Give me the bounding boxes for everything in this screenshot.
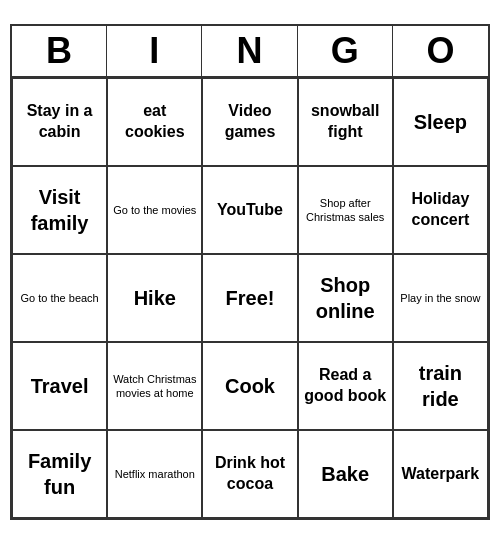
header-letter: N [202, 26, 297, 76]
bingo-cell[interactable]: Sleep [393, 78, 488, 166]
bingo-cell[interactable]: Shop online [298, 254, 393, 342]
bingo-cell[interactable]: Cook [202, 342, 297, 430]
bingo-cell[interactable]: Holiday concert [393, 166, 488, 254]
bingo-cell[interactable]: Free! [202, 254, 297, 342]
header-letter: G [298, 26, 393, 76]
bingo-cell[interactable]: eat cookies [107, 78, 202, 166]
bingo-cell[interactable]: Read a good book [298, 342, 393, 430]
bingo-cell[interactable]: Shop after Christmas sales [298, 166, 393, 254]
bingo-cell[interactable]: Watch Christmas movies at home [107, 342, 202, 430]
bingo-cell[interactable]: snowball fight [298, 78, 393, 166]
bingo-cell[interactable]: Drink hot cocoa [202, 430, 297, 518]
bingo-cell[interactable]: Waterpark [393, 430, 488, 518]
bingo-cell[interactable]: Netflix marathon [107, 430, 202, 518]
bingo-cell[interactable]: Visit family [12, 166, 107, 254]
bingo-header: BINGO [12, 26, 488, 78]
header-letter: I [107, 26, 202, 76]
header-letter: B [12, 26, 107, 76]
bingo-cell[interactable]: Play in the snow [393, 254, 488, 342]
bingo-cell[interactable]: Hike [107, 254, 202, 342]
bingo-cell[interactable]: YouTube [202, 166, 297, 254]
bingo-cell[interactable]: Travel [12, 342, 107, 430]
bingo-card: BINGO Stay in a cabineat cookiesVideo ga… [10, 24, 490, 520]
bingo-cell[interactable]: Bake [298, 430, 393, 518]
header-letter: O [393, 26, 488, 76]
bingo-cell[interactable]: Video games [202, 78, 297, 166]
bingo-cell[interactable]: Stay in a cabin [12, 78, 107, 166]
bingo-cell[interactable]: Go to the movies [107, 166, 202, 254]
bingo-cell[interactable]: train ride [393, 342, 488, 430]
bingo-cell[interactable]: Go to the beach [12, 254, 107, 342]
bingo-grid: Stay in a cabineat cookiesVideo gamessno… [12, 78, 488, 518]
bingo-cell[interactable]: Family fun [12, 430, 107, 518]
